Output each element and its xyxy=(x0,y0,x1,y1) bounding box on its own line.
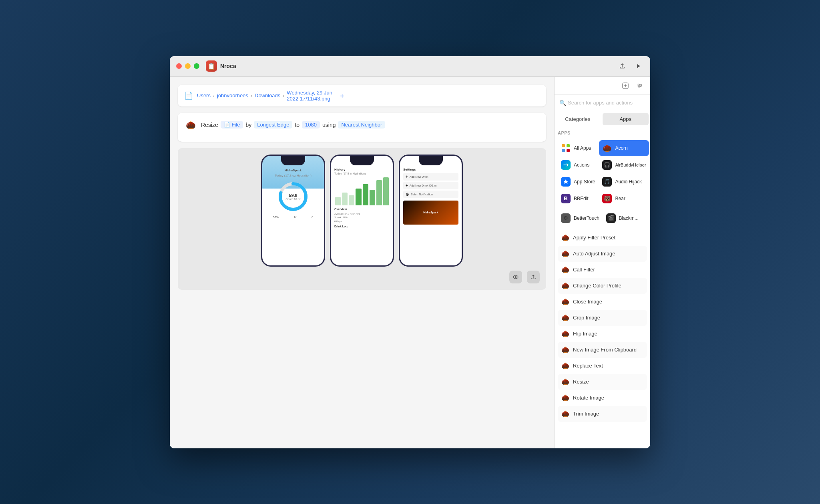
crop-image-label: Crop Image xyxy=(573,315,600,321)
content-area: 📄 Users › johnvoorhees › Downloads › Wed… xyxy=(170,77,650,448)
action-crop-image[interactable]: 🌰 Crop Image xyxy=(558,310,647,326)
app-airbuddy[interactable]: 🎧 AirBuddyHelper xyxy=(599,157,649,173)
action-apply-filter[interactable]: 🌰 Apply Filter Preset xyxy=(558,230,647,246)
close-image-label: Close Image xyxy=(573,299,602,305)
to-label: to xyxy=(295,122,299,128)
tab-categories[interactable]: Categories xyxy=(555,111,601,127)
phone-2: History Today (17.8 in Hydration) xyxy=(330,155,394,267)
method-token[interactable]: Nearest Neighbor xyxy=(338,121,385,129)
app-acorn[interactable]: 🌰 Acorn xyxy=(599,140,649,156)
close-button[interactable] xyxy=(176,63,182,69)
add-path-button[interactable]: + xyxy=(340,92,540,100)
acorn-icon: 🌰 xyxy=(602,143,612,153)
action-call-filter[interactable]: 🌰 Call Filter xyxy=(558,262,647,278)
search-bar[interactable]: 🔍 xyxy=(555,95,650,111)
action-new-image[interactable]: 🌰 New Image From Clipboard xyxy=(558,342,647,358)
apply-filter-label: Apply Filter Preset xyxy=(573,235,615,241)
main-window: 📋 Nroca 📄 Users › johnvoor xyxy=(170,56,650,448)
airbuddy-icon: 🎧 xyxy=(602,160,612,170)
action-trim-image[interactable]: 🌰 Trim Image xyxy=(558,406,647,422)
acorn-icon-color: 🌰 xyxy=(561,281,570,290)
path-sep-2: › xyxy=(251,93,252,98)
right-panel-top xyxy=(555,77,650,95)
acorn-icon-close: 🌰 xyxy=(561,297,570,306)
tab-apps[interactable]: Apps xyxy=(603,113,649,125)
action-replace-text[interactable]: 🌰 Replace Text xyxy=(558,358,647,374)
app-bettertouch[interactable]: ⚙ BetterTouch xyxy=(558,210,602,226)
path-segment-users: Users xyxy=(197,92,211,98)
path-sep-3: › xyxy=(283,93,284,98)
resize-label: Resize xyxy=(201,122,218,128)
acorn-icon-resize: 🌰 xyxy=(561,377,570,386)
size-token[interactable]: 1080 xyxy=(302,121,320,129)
rotate-image-label: Rotate Image xyxy=(573,395,604,401)
search-icon: 🔍 xyxy=(559,100,566,106)
resize-label-list: Resize xyxy=(573,379,589,385)
new-image-label: New Image From Clipboard xyxy=(573,347,637,353)
acorn-icon-rotate: 🌰 xyxy=(561,394,570,402)
phones-container: HidraSpark Today (17.8 oz Hydration) 59.… xyxy=(184,155,540,267)
replace-text-label: Replace Text xyxy=(573,363,603,369)
action-resize[interactable]: 🌰 Resize xyxy=(558,374,647,390)
app-bear[interactable]: 🐻 Bear xyxy=(599,191,649,207)
path-segment-file: Wednesday, 29 Jun 2022 17/11/43.png xyxy=(287,90,338,102)
phone-2-notch xyxy=(350,156,374,165)
preview-share-button[interactable] xyxy=(527,271,540,283)
actions-icon xyxy=(561,160,571,170)
path-bar: 📄 Users › johnvoorhees › Downloads › Wed… xyxy=(178,85,546,106)
bettertouch-icon: ⚙ xyxy=(561,213,571,223)
share-button[interactable] xyxy=(617,60,628,72)
action-auto-adjust[interactable]: 🌰 Auto Adjust Image xyxy=(558,246,647,262)
acorn-icon-auto: 🌰 xyxy=(561,249,570,258)
action-header: 🌰 Resize 📄 File by Longest Edge to 1080 … xyxy=(184,118,540,131)
file-token[interactable]: 📄 File xyxy=(221,121,243,129)
bear-icon: 🐻 xyxy=(602,194,612,203)
audio-hijack-icon: 🎵 xyxy=(602,177,612,187)
phone-1-screen: HidraSpark Today (17.8 oz Hydration) 59.… xyxy=(262,156,324,265)
titlebar: 📋 Nroca xyxy=(170,56,650,77)
acorn-icon-call: 🌰 xyxy=(561,265,570,274)
action-text: Resize 📄 File by Longest Edge to 1080 us… xyxy=(201,121,385,129)
bbedit-icon: B xyxy=(561,194,571,203)
auto-adjust-label: Auto Adjust Image xyxy=(573,251,615,257)
svg-point-5 xyxy=(638,84,639,85)
app-store-label: App Store xyxy=(574,179,595,185)
phone-1-notch xyxy=(281,156,305,165)
action-rotate-image[interactable]: 🌰 Rotate Image xyxy=(558,390,647,406)
path-sep-1: › xyxy=(213,93,215,98)
bettertouch-label: BetterTouch xyxy=(574,215,599,221)
bear-label: Bear xyxy=(615,196,625,201)
airbuddy-label: AirBuddyHelper xyxy=(615,163,646,167)
more-apps-row: ⚙ BetterTouch 🎬 Blackm... xyxy=(555,210,650,228)
maximize-button[interactable] xyxy=(194,63,199,69)
acorn-icon-apply: 🌰 xyxy=(561,233,570,242)
svg-point-7 xyxy=(639,86,640,87)
app-app-store[interactable]: App Store xyxy=(558,174,598,190)
app-blackmagic[interactable]: 🎬 Blackm... xyxy=(603,210,647,226)
app-bbedit[interactable]: B BBEdit xyxy=(558,191,598,207)
play-button[interactable] xyxy=(633,60,644,72)
svg-rect-8 xyxy=(562,144,565,147)
minimize-button[interactable] xyxy=(185,63,191,69)
preview-eye-button[interactable] xyxy=(509,271,522,283)
titlebar-actions xyxy=(617,60,644,72)
settings-button[interactable] xyxy=(634,80,645,91)
app-audio-hijack[interactable]: 🎵 Audio Hijack xyxy=(599,174,649,190)
add-action-button[interactable] xyxy=(620,80,631,91)
action-change-color[interactable]: 🌰 Change Color Profile xyxy=(558,278,647,294)
search-input[interactable] xyxy=(568,100,645,106)
app-all-apps[interactable]: All Apps xyxy=(558,140,598,156)
app-store-icon xyxy=(561,177,571,187)
acorn-icon-crop: 🌰 xyxy=(561,313,570,322)
apps-grid: All Apps 🌰 Acorn Actions xyxy=(555,137,650,210)
phone-3-screen: Settings + Add New Drink + Add New Drink… xyxy=(400,156,462,265)
tabs-row: Categories Apps xyxy=(555,111,650,127)
phone-2-screen: History Today (17.8 in Hydration) xyxy=(331,156,393,265)
action-close-image[interactable]: 🌰 Close Image xyxy=(558,294,647,310)
app-actions[interactable]: Actions xyxy=(558,157,598,173)
trim-image-label: Trim Image xyxy=(573,411,599,417)
action-flip-image[interactable]: 🌰 Flip Image xyxy=(558,326,647,342)
edge-token[interactable]: Longest Edge xyxy=(254,121,292,129)
acorn-icon-new: 🌰 xyxy=(561,345,570,354)
phone-3: Settings + Add New Drink + Add New Drink… xyxy=(399,155,463,267)
